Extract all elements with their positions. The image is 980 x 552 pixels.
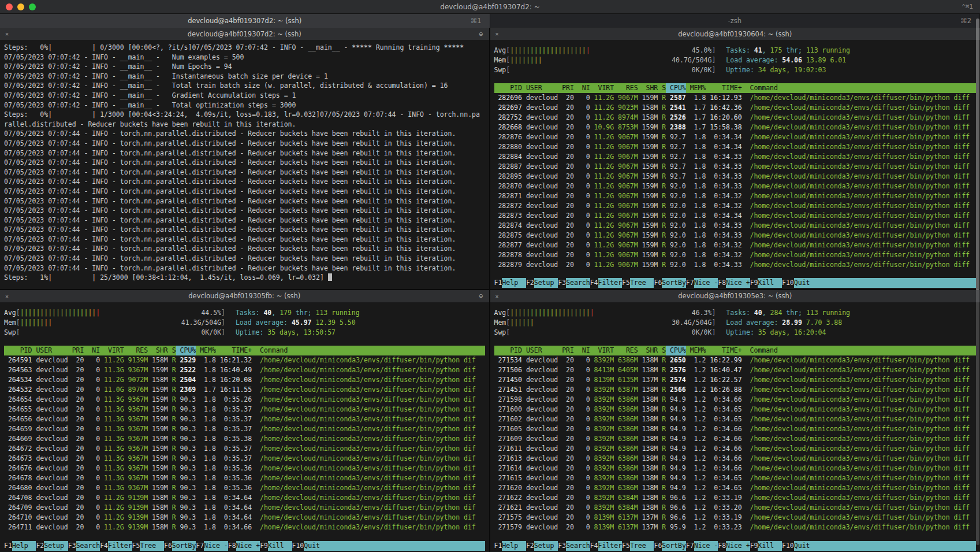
fkey-f9[interactable]: F9 (260, 541, 268, 551)
fkey-f9[interactable]: F9 (750, 541, 758, 551)
process-row[interactable]: 271609devcloud2008392M6386M138MR94.91.20… (494, 434, 977, 444)
process-row[interactable]: 271506devcloud2008413M6405M138MR25761.21… (494, 365, 977, 375)
process-row[interactable]: 282873devcloud20011.2G9067M159MR92.01.80… (494, 211, 977, 221)
fkey-f5[interactable]: F5 (622, 278, 630, 288)
fkey-action-sortby[interactable]: SortBy (662, 541, 686, 551)
process-row[interactable]: 271620devcloud2008392M6386M138MR94.91.20… (494, 483, 977, 493)
process-row[interactable]: 282879devcloud20011.2G9067M159MR92.01.80… (494, 260, 977, 270)
pane-close-icon[interactable]: ✕ (490, 31, 504, 37)
process-row[interactable]: 282887devcloud20011.2G9067M159MR92.71.80… (494, 162, 977, 172)
process-row[interactable]: 271602devcloud2008392M6386M138MR94.91.20… (494, 414, 977, 424)
fkey-action-nice-+[interactable]: Nice + (726, 541, 750, 551)
fkey-f2[interactable]: F2 (36, 541, 44, 551)
process-row[interactable]: 264710devcloud20011.2G9139M158MR90.31.80… (4, 513, 485, 523)
fkey-f6[interactable]: F6 (164, 541, 172, 551)
fkey-f3[interactable]: F3 (558, 278, 566, 288)
fkey-f1[interactable]: F1 (4, 541, 12, 551)
fkey-action-search[interactable]: Search (76, 541, 100, 551)
tab-zsh[interactable]: -zsh ⌘2 (490, 14, 980, 28)
fkey-f5[interactable]: F5 (132, 541, 140, 551)
process-row[interactable]: 282668devcloud20010.9G8753M159MR23881.71… (494, 123, 977, 132)
tab-ssh-session[interactable]: devcloud@a4bf019307d2: ~ (ssh) ⌘1 (0, 14, 490, 28)
process-row[interactable]: 264709devcloud20011.2G9139M158MR90.31.80… (4, 503, 485, 513)
process-row[interactable]: 271451devcloud2008392M6387M138MR25661.21… (494, 385, 977, 395)
pane-close-icon[interactable]: ✕ (0, 31, 14, 37)
process-row[interactable]: 282752devcloud20011.2G8974M158MR25261.71… (494, 113, 977, 123)
process-row[interactable]: 282871devcloud20011.2G9067M159MR92.01.80… (494, 191, 977, 201)
process-row[interactable]: 264563devcloud20011.3G9367M159MR25221.81… (4, 365, 485, 375)
fkey-f3[interactable]: F3 (558, 541, 566, 551)
fkey-action-setup[interactable]: Setup (44, 541, 68, 551)
process-row[interactable]: 264680devcloud20011.3G9367M159MR90.31.80… (4, 483, 485, 493)
process-row[interactable]: 271611devcloud2008392M6386M138MR94.91.20… (494, 444, 977, 454)
fkey-action-filter[interactable]: Filter (598, 541, 623, 551)
fkey-action-nice-+[interactable]: Nice + (236, 541, 260, 551)
process-row[interactable]: 264655devcloud20011.3G9367M159MR90.31.80… (4, 405, 485, 414)
process-row[interactable]: 264676devcloud20011.3G9367M159MR90.31.80… (4, 464, 485, 473)
fkey-action-search[interactable]: Search (566, 278, 590, 288)
process-row[interactable]: 271621devcloud2008392M6384M138MR96.61.20… (494, 503, 977, 513)
fkey-action-nice--[interactable]: Nice - (694, 541, 718, 551)
process-row[interactable]: 264532devcloud20011.0G8976M159MR23691.71… (4, 385, 485, 395)
pane-menu-icon[interactable]: ⊖ (479, 292, 489, 300)
fkey-f10[interactable]: F10 (782, 541, 794, 551)
fkey-f6[interactable]: F6 (654, 541, 662, 551)
table-header-row[interactable]: PIDUSERPRINIVIRTRESSHRSCPU%MEM%TIME+Comm… (4, 346, 485, 355)
process-row[interactable]: 282872devcloud20011.2G9067M159MR92.01.80… (494, 201, 977, 211)
process-row[interactable]: 264591devcloud20011.2G9139M158MR25291.81… (4, 355, 485, 365)
process-row[interactable]: 271614devcloud2008392M6386M138MR94.91.20… (494, 464, 977, 473)
process-row[interactable]: 264672devcloud20011.3G9367M159MR90.31.80… (4, 444, 485, 454)
process-row[interactable]: 282870devcloud20011.2G9067M159MR92.01.80… (494, 181, 977, 191)
pane-close-icon[interactable]: ✕ (490, 293, 504, 299)
fkey-f5[interactable]: F5 (622, 541, 630, 551)
process-row[interactable]: 264708devcloud20011.2G9139M158MR90.31.80… (4, 493, 485, 503)
fkey-action-help[interactable]: Help (502, 541, 526, 551)
pane-menu-icon[interactable]: ⊖ (479, 30, 489, 38)
fkey-f7[interactable]: F7 (686, 278, 694, 288)
fkey-f8[interactable]: F8 (228, 541, 236, 551)
window-titlebar[interactable]: devcloud@a4bf019307d2: ~ ⌃⌘1 (0, 0, 980, 14)
scrollbar[interactable] (976, 28, 979, 290)
process-row[interactable]: 282877devcloud20011.2G9067M159MR92.01.80… (494, 240, 977, 250)
process-row[interactable]: 264669devcloud20011.3G9367M159MR90.31.80… (4, 434, 485, 444)
fkey-f3[interactable]: F3 (68, 541, 76, 551)
process-row[interactable]: 271575devcloud2008139M6137M137MR96.61.20… (494, 513, 977, 523)
fkey-action-sortby[interactable]: SortBy (662, 278, 686, 288)
fkey-f4[interactable]: F4 (590, 278, 598, 288)
fkey-action-filter[interactable]: Filter (598, 278, 623, 288)
fkey-f1[interactable]: F1 (494, 541, 502, 551)
fkey-action-tree[interactable]: Tree (630, 541, 654, 551)
htop-view[interactable]: Avg[||||||||||||||||||||45.0%]Mem[||||||… (490, 40, 980, 289)
process-row[interactable]: 264678devcloud20011.3G9367M159MR90.31.80… (4, 473, 485, 483)
pane-close-icon[interactable]: ✕ (0, 293, 14, 299)
fkey-f10[interactable]: F10 (292, 541, 304, 551)
process-row[interactable]: 282697devcloud20011.2G9023M158MR25411.71… (494, 103, 977, 113)
fkey-action-nice--[interactable]: Nice - (204, 541, 228, 551)
process-row[interactable]: 282878devcloud20011.2G9067M159MR92.01.80… (494, 250, 977, 260)
fkey-action-nice--[interactable]: Nice - (694, 278, 718, 288)
process-row[interactable]: 282880devcloud20011.2G9067M159MR92.71.80… (494, 142, 977, 152)
training-log-output[interactable]: Steps: 0%| | 0/3000 [00:00<?, ?it/s]07/0… (0, 40, 489, 289)
scrollbar[interactable] (976, 290, 979, 546)
fkey-action-quit[interactable]: Quit (794, 541, 818, 551)
process-row[interactable]: 282884devcloud20011.2G9067M159MR92.71.80… (494, 152, 977, 162)
fkey-action-setup[interactable]: Setup (534, 278, 558, 288)
process-row[interactable]: 264659devcloud20011.3G9367M159MR90.31.80… (4, 424, 485, 434)
process-row[interactable]: 282875devcloud20011.2G9067M159MR92.01.80… (494, 231, 977, 240)
fkey-action-tree[interactable]: Tree (630, 278, 654, 288)
fkey-action-search[interactable]: Search (566, 541, 590, 551)
process-row[interactable]: 264673devcloud20011.3G9367M159MR90.31.80… (4, 454, 485, 464)
fkey-f8[interactable]: F8 (718, 278, 726, 288)
process-row[interactable]: 264711devcloud20011.2G9139M158MR90.31.80… (4, 523, 485, 532)
process-row[interactable]: 282876devcloud20011.2G9067M159MR92.71.80… (494, 132, 977, 142)
table-header-row[interactable]: PIDUSERPRINIVIRTRESSHRSCPU%MEM%TIME+Comm… (494, 346, 977, 355)
process-row[interactable]: 271605devcloud2008392M6386M138MR94.91.20… (494, 424, 977, 434)
table-header-row[interactable]: PIDUSERPRINIVIRTRESSHRSCPU%MEM%TIME+Comm… (494, 83, 977, 93)
fkey-action-help[interactable]: Help (12, 541, 36, 551)
zoom-window-button[interactable] (29, 3, 36, 10)
fkey-action-tree[interactable]: Tree (140, 541, 164, 551)
fkey-action-kill[interactable]: Kill (758, 278, 782, 288)
fkey-f2[interactable]: F2 (526, 541, 534, 551)
fkey-action-quit[interactable]: Quit (794, 278, 818, 288)
fkey-f4[interactable]: F4 (590, 541, 598, 551)
